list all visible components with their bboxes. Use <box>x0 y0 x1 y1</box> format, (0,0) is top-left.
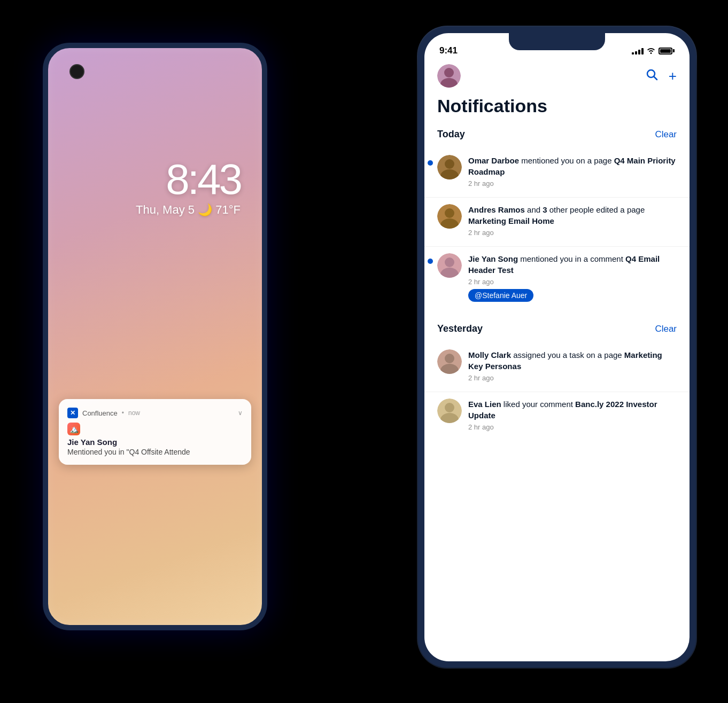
android-notification-card: ✕ Confluence • now ∨ 🏔️ Jie Yan Song Men… <box>59 399 251 465</box>
notification-item: Andres Ramos and 3 other people edited a… <box>437 198 677 246</box>
notif-time: 2 hr ago <box>468 278 677 286</box>
today-notification-list: Omar Darboe mentioned you on a page Q4 M… <box>437 149 677 308</box>
notif-text: Eva Lien liked your comment Banc.ly 2022… <box>468 399 677 421</box>
app-header: + <box>437 60 677 96</box>
page-title: Notifications <box>437 96 677 116</box>
battery-icon <box>659 48 675 54</box>
svg-point-12 <box>445 257 454 267</box>
notif-content: Jie Yan Song mentioned you in a comment … <box>468 253 677 302</box>
yesterday-notification-list: Molly Clark assigned you a task on a pag… <box>437 343 677 441</box>
svg-point-18 <box>445 403 454 412</box>
android-camera <box>69 64 84 79</box>
notif-time: 2 hr ago <box>468 423 677 431</box>
notif-text: Molly Clark assigned you a task on a pag… <box>468 349 677 372</box>
android-phone: 8:43 Thu, May 5 🌙 71°F ✕ Confluence • no… <box>43 43 267 630</box>
iphone-screen: 9:41 <box>424 33 690 661</box>
svg-line-4 <box>654 77 657 80</box>
signal-bars-icon <box>632 47 644 54</box>
omar-avatar <box>437 155 462 179</box>
svg-point-9 <box>445 208 454 218</box>
notif-time: 2 hr ago <box>468 374 677 382</box>
jie-avatar <box>437 253 462 278</box>
android-time: 8:43 <box>166 155 241 204</box>
notif-sender: Jie Yan Song <box>67 438 243 447</box>
status-icons <box>632 44 675 56</box>
notif-text: Andres Ramos and 3 other people edited a… <box>468 204 677 226</box>
today-clear-button[interactable]: Clear <box>655 129 677 140</box>
andres-avatar <box>437 204 462 229</box>
notif-content: Andres Ramos and 3 other people edited a… <box>468 204 677 240</box>
iphone: 9:41 <box>418 27 696 668</box>
app-content: + Notifications Today Clear <box>424 60 690 661</box>
notif-user-icon: 🏔️ <box>67 423 80 435</box>
molly-avatar <box>437 349 462 374</box>
add-button[interactable]: + <box>669 68 677 84</box>
notif-content: Omar Darboe mentioned you on a page Q4 M… <box>468 155 677 191</box>
notif-content: Eva Lien liked your comment Banc.ly 2022… <box>468 399 677 434</box>
eva-avatar <box>437 399 462 423</box>
notification-item: Omar Darboe mentioned you on a page Q4 M… <box>437 149 677 197</box>
today-section-header: Today Clear <box>437 129 677 140</box>
header-actions: + <box>645 68 677 84</box>
notif-text: Omar Darboe mentioned you on a page Q4 M… <box>468 155 677 177</box>
unread-dot <box>428 160 433 166</box>
status-time: 9:41 <box>439 43 458 56</box>
svg-point-1 <box>444 68 454 77</box>
search-button[interactable] <box>645 68 658 84</box>
unread-dot <box>428 259 433 264</box>
notif-content: Molly Clark assigned you a task on a pag… <box>468 349 677 385</box>
notif-message: Mentioned you in "Q4 Offsite Attende <box>67 448 243 456</box>
svg-point-6 <box>445 159 454 169</box>
iphone-notch <box>509 33 605 50</box>
yesterday-section-title: Yesterday <box>437 323 483 334</box>
notification-item: Molly Clark assigned you a task on a pag… <box>437 343 677 392</box>
mention-tag: @Stefanie Auer <box>468 289 533 302</box>
notif-time: now <box>128 409 140 417</box>
yesterday-section-header: Yesterday Clear <box>437 323 677 334</box>
svg-point-15 <box>445 354 454 363</box>
yesterday-clear-button[interactable]: Clear <box>655 324 677 334</box>
notif-app-name: Confluence <box>82 409 118 417</box>
confluence-icon: ✕ <box>67 408 78 418</box>
notif-time: 2 hr ago <box>468 229 677 237</box>
notification-item: Eva Lien liked your comment Banc.ly 2022… <box>437 392 677 441</box>
notif-time: 2 hr ago <box>468 179 677 188</box>
notification-item: Jie Yan Song mentioned you in a comment … <box>437 247 677 308</box>
wifi-icon <box>647 46 655 56</box>
user-avatar[interactable] <box>437 64 461 88</box>
today-section-title: Today <box>437 129 465 140</box>
notif-chevron-icon: ∨ <box>238 409 243 417</box>
notif-text: Jie Yan Song mentioned you in a comment … <box>468 253 677 276</box>
android-date: Thu, May 5 🌙 71°F <box>136 203 241 217</box>
